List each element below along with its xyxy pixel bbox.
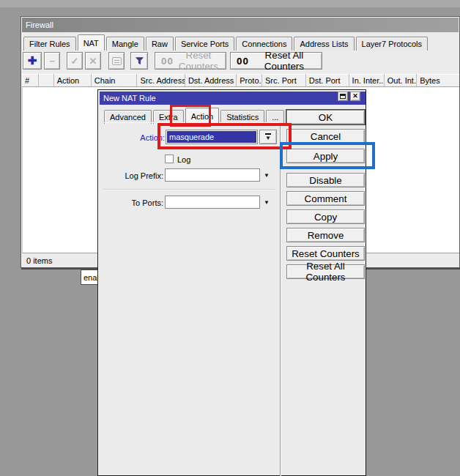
tab-label: ...	[272, 113, 278, 122]
plus-icon: ✚	[28, 54, 37, 67]
comment-rule-button[interactable]	[108, 52, 125, 70]
button-label: Reset All Counters	[253, 50, 316, 72]
column-chain[interactable]: Chain	[92, 74, 138, 86]
tab-mangle[interactable]: Mangle	[106, 37, 144, 51]
remove-button[interactable]: Remove	[286, 228, 365, 242]
remove-rule-button[interactable]: −	[44, 52, 60, 70]
close-button[interactable]: ✕	[350, 92, 360, 101]
firewall-titlebar[interactable]: Firewall	[22, 18, 459, 32]
column-action[interactable]: Action	[54, 74, 92, 86]
reset-all-counters-button[interactable]: Reset All Counters	[286, 264, 365, 279]
apply-button[interactable]: Apply	[286, 149, 365, 163]
tab-address-lists[interactable]: Address Lists	[294, 37, 354, 51]
log-checkbox[interactable]	[165, 155, 174, 163]
tab-connections[interactable]: Connections	[236, 37, 292, 51]
tab-label: Mangle	[112, 40, 138, 48]
button-label: Disable	[309, 175, 341, 186]
column-label: Bytes	[420, 76, 440, 85]
column-dst-address[interactable]: Dst. Address	[185, 74, 237, 86]
tab-label: Address Lists	[300, 40, 348, 48]
tab-label: NAT	[84, 39, 99, 48]
column-label: Proto...	[240, 76, 262, 85]
column-in-interface[interactable]: In. Inter...	[349, 74, 385, 86]
column-label: Dst. Port	[309, 76, 341, 85]
tab-action[interactable]: Action	[185, 108, 220, 124]
button-label: Copy	[314, 212, 337, 223]
column-src-port[interactable]: Src. Port	[262, 74, 306, 86]
add-rule-button[interactable]: ✚	[23, 52, 42, 70]
column-label: Src. Port	[265, 76, 297, 85]
restore-button[interactable]	[338, 92, 348, 101]
column-label: Action	[57, 76, 80, 85]
column-out-interface[interactable]: Out. Int...	[385, 74, 417, 86]
button-label: Reset Counters	[292, 248, 360, 259]
column-dst-port[interactable]: Dst. Port	[306, 74, 349, 86]
tab-label: Statistics	[226, 113, 259, 122]
cross-icon: ✕	[89, 56, 97, 67]
tab-service-ports[interactable]: Service Ports	[175, 37, 234, 51]
to-ports-dropdown-icon[interactable]: ▼	[264, 199, 270, 206]
log-checkbox-label: Log	[177, 155, 190, 164]
enable-rule-button[interactable]: ✓	[67, 52, 83, 70]
action-field-label: Action:	[107, 133, 165, 142]
action-select[interactable]: masquerade	[166, 130, 258, 144]
column-flags[interactable]	[39, 74, 53, 86]
tab-layer7-protocols[interactable]: Layer7 Protocols	[356, 37, 429, 51]
column-label: Out. Int...	[387, 76, 417, 85]
tab-raw[interactable]: Raw	[146, 37, 174, 51]
column-label: In. Inter...	[352, 76, 385, 85]
action-selected-value: masquerade	[167, 131, 256, 143]
item-count: 0 items	[26, 256, 52, 265]
tab-nat[interactable]: NAT	[78, 34, 105, 51]
reset-counters-button[interactable]: Reset Counters	[286, 246, 365, 261]
tab-label: Action	[191, 112, 214, 121]
firewall-window-title: Firewall	[26, 21, 53, 29]
column-src-address[interactable]: Src. Address	[137, 74, 185, 86]
rule-table-header: # Action Chain Src. Address Dst. Address…	[22, 74, 459, 87]
checkmark-icon: ✓	[71, 56, 79, 67]
log-prefix-dropdown-icon[interactable]: ▼	[264, 172, 270, 179]
to-ports-input[interactable]	[165, 196, 260, 209]
copy-button[interactable]: Copy	[286, 209, 365, 224]
button-label: Reset All Counters	[287, 261, 364, 283]
action-dropdown-button[interactable]: ▼	[259, 130, 277, 144]
disable-rule-button[interactable]: ✕	[85, 52, 101, 70]
close-icon: ✕	[352, 93, 358, 100]
firewall-tabs: Filter Rules NAT Mangle Raw Service Port…	[23, 34, 459, 51]
ok-button[interactable]: OK	[286, 110, 365, 124]
separator	[104, 189, 275, 190]
tab-filter-rules[interactable]: Filter Rules	[23, 37, 76, 51]
column-number[interactable]: #	[22, 74, 39, 86]
minus-icon: −	[49, 56, 55, 67]
counters-icon: 00	[237, 56, 249, 67]
column-label: Src. Address	[140, 76, 185, 85]
new-nat-rule-dialog: New NAT Rule ✕ Advanced Extra Action Sta…	[97, 89, 366, 476]
column-protocol[interactable]: Proto...	[237, 74, 262, 86]
column-label: Chain	[94, 76, 116, 85]
column-label: Dst. Address	[188, 76, 234, 85]
button-label: Comment	[305, 193, 347, 204]
button-label: Remove	[308, 230, 344, 241]
tab-label: Raw	[152, 40, 168, 48]
tab-label: Extra	[159, 113, 178, 122]
disable-button[interactable]: Disable	[286, 173, 365, 187]
desktop-top-strip	[0, 0, 460, 7]
filter-button[interactable]	[130, 52, 148, 70]
reset-all-counters-toolbar-button[interactable]: 00 Reset All Counters	[230, 52, 322, 70]
log-prefix-input[interactable]	[165, 168, 260, 182]
note-icon	[112, 57, 122, 65]
comment-button[interactable]: Comment	[286, 191, 365, 206]
to-ports-label: To Ports:	[105, 198, 163, 207]
tab-label: Connections	[242, 40, 286, 48]
cancel-button[interactable]: Cancel	[286, 129, 365, 144]
button-label: OK	[319, 112, 333, 123]
restore-icon	[340, 94, 346, 99]
dialog-titlebar[interactable]: New NAT Rule	[100, 92, 366, 105]
funnel-icon	[134, 56, 145, 66]
button-label: Reset Counters	[177, 50, 220, 72]
button-label: Apply	[314, 151, 338, 162]
counters-icon: 00	[161, 56, 174, 67]
tab-label: Advanced	[110, 113, 146, 122]
column-bytes[interactable]: Bytes	[417, 74, 459, 86]
reset-counters-toolbar-button[interactable]: 00 Reset Counters	[155, 52, 226, 70]
